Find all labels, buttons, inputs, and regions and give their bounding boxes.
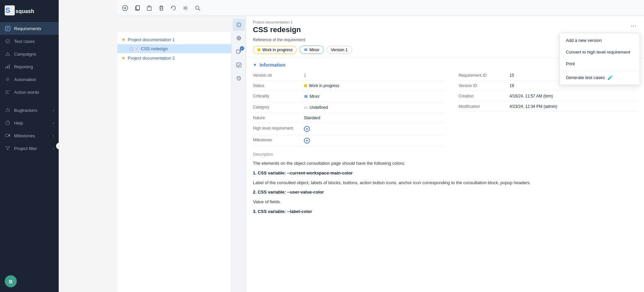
description-body: The elements on the object consultation … — [253, 160, 637, 215]
verify-tab-button[interactable] — [233, 59, 245, 71]
dropdown-divider — [560, 70, 640, 71]
dropdown-print[interactable]: Print — [560, 58, 640, 70]
svg-line-34 — [199, 9, 200, 10]
sidebar-item-reporting[interactable]: Reporting — [0, 60, 59, 73]
desc-para-2: 1. CSS variable: --current-workspace-mai… — [253, 170, 637, 177]
category-icon: ▭ — [304, 105, 308, 110]
reporting-label: Reporting — [14, 64, 54, 69]
version-nb-link[interactable]: 1 — [304, 73, 306, 78]
sidebar-item-campaigns[interactable]: Campaigns — [0, 48, 59, 60]
target-tab-button[interactable] — [233, 32, 245, 44]
add-milestone-button[interactable]: + — [304, 138, 310, 144]
sidebar-item-requirements[interactable]: Requirements — [0, 22, 59, 35]
version-badge[interactable]: Version 1 — [327, 46, 352, 54]
req-id-label: Requirement ID — [459, 73, 505, 78]
copy-button[interactable] — [133, 4, 141, 12]
detail-panel: Project documentation 1 CSS redesign Ref… — [246, 16, 644, 292]
refresh-button[interactable] — [170, 4, 177, 12]
desc-para-6: 3. CSS variable: --label-color — [253, 208, 637, 215]
desc-para-4: 2. CSS variable: --user-value-color — [253, 189, 637, 196]
side-icons-panel: i 6 — [231, 16, 246, 292]
info-row-modification: Modification 4/23/24, 12:34 PM (admin) — [459, 101, 637, 112]
category-value: ▭ Undefined — [304, 105, 328, 110]
automation-icon — [5, 76, 11, 82]
reporting-icon — [5, 64, 11, 70]
tree-item-css-redesign[interactable]: ▢ ✓ CSS redesign — [117, 44, 231, 53]
creation-label: Creation — [459, 94, 505, 98]
project-filter-arrow: › — [53, 147, 54, 150]
info-row-version-nb: Version nb 1 — [253, 70, 445, 81]
category-label: Category — [253, 105, 300, 110]
content-body: ★ Project documentation 1 ▢ ✓ CSS redesi… — [117, 16, 644, 292]
action-words-label: Action words — [14, 90, 54, 95]
desc-para-3: Label of the consulted object, labels of… — [253, 179, 637, 187]
tree-panel: ★ Project documentation 1 ▢ ✓ CSS redesi… — [117, 32, 231, 292]
info-row-status: Status Work in progress — [253, 81, 445, 91]
tree-item-proj1[interactable]: ★ Project documentation 1 — [117, 35, 231, 44]
history-tab-button[interactable] — [233, 72, 245, 84]
sidebar-item-bugtrackers[interactable]: Bugtrackers › — [0, 104, 59, 117]
requirements-icon — [5, 25, 11, 31]
sidebar-item-test-cases[interactable]: Test cases — [0, 35, 59, 48]
svg-point-32 — [185, 7, 186, 9]
settings-button[interactable] — [182, 4, 189, 12]
search-button[interactable] — [194, 4, 201, 12]
milestones-field-value: + — [304, 138, 310, 144]
testcases-tab-button[interactable]: 6 — [233, 46, 245, 58]
help-icon: ? — [5, 120, 11, 126]
tree-item-proj2-label: Project documentation 2 — [128, 56, 175, 61]
paste-button[interactable] — [146, 4, 153, 12]
bugtrackers-arrow: › — [53, 108, 54, 112]
delete-button[interactable] — [158, 4, 165, 12]
sidebar-item-help[interactable]: ? Help › — [0, 117, 59, 129]
bugtrackers-label: Bugtrackers — [14, 108, 50, 113]
user-avatar[interactable]: B — [5, 275, 17, 287]
sidebar-item-action-words[interactable]: Action words — [0, 86, 59, 98]
sidebar-item-automation[interactable]: Automation — [0, 73, 59, 86]
info-col-left: Version nb 1 Status Work in progress — [253, 70, 445, 147]
status-text: Work in progress — [309, 83, 339, 88]
help-label: Help — [14, 121, 50, 126]
status-label: Status — [253, 83, 300, 88]
version-nb-label: Version nb — [253, 73, 300, 78]
tree-item-proj2[interactable]: ★ Project documentation 2 — [117, 53, 231, 63]
high-level-label: High level requirement — [253, 126, 300, 131]
generate-label: Generate test cases — [566, 75, 605, 80]
svg-point-12 — [6, 109, 9, 112]
svg-rect-27 — [148, 6, 150, 7]
svg-rect-9 — [7, 66, 8, 69]
add-button[interactable] — [121, 4, 129, 12]
sidebar-collapse-button[interactable]: ‹ — [56, 143, 63, 149]
version-id-value: 19 — [509, 83, 514, 88]
sidebar-item-project-filter[interactable]: Project filter › — [0, 142, 59, 155]
add-version-label: Add a new version — [566, 38, 602, 43]
svg-line-14 — [9, 110, 10, 110]
dropdown-add-version[interactable]: Add a new version — [560, 34, 640, 46]
bugtrackers-icon — [5, 107, 11, 113]
dropdown-generate[interactable]: Generate test cases 🧪 — [560, 71, 640, 83]
criticality-text: Minor — [310, 94, 320, 99]
sidebar-item-milestones[interactable]: Milestones › — [0, 129, 59, 142]
dropdown-convert[interactable]: Convert to high level requirement — [560, 46, 640, 58]
milestones-field-label: Milestones — [253, 138, 300, 142]
svg-point-37 — [237, 36, 240, 40]
star-icon-proj1: ★ — [121, 37, 126, 42]
info-row-creation: Creation 4/16/24, 11:57 AM (brm) — [459, 91, 637, 101]
svg-line-16 — [9, 111, 10, 112]
info-tab-button[interactable]: i — [233, 19, 245, 31]
nature-label: Nature — [253, 116, 300, 120]
criticality-badge[interactable]: ≋ Minor — [300, 46, 324, 54]
criticality-level-icon: ≋ — [304, 94, 308, 99]
status-value: Work in progress — [304, 83, 339, 88]
requirements-label: Requirements — [14, 26, 54, 31]
description-label: Description — [253, 152, 637, 157]
add-high-level-button[interactable]: + — [304, 126, 310, 132]
status-badge-label: Work in progress — [262, 48, 292, 52]
dropdown-menu: Add a new version Convert to high level … — [559, 33, 640, 85]
milestones-arrow: › — [53, 134, 54, 138]
more-options-button[interactable]: ⋯ — [628, 21, 639, 31]
status-badge[interactable]: Work in progress — [253, 46, 297, 54]
milestones-icon — [5, 133, 11, 139]
category-text: Undefined — [310, 105, 328, 110]
svg-text:S: S — [5, 6, 10, 14]
